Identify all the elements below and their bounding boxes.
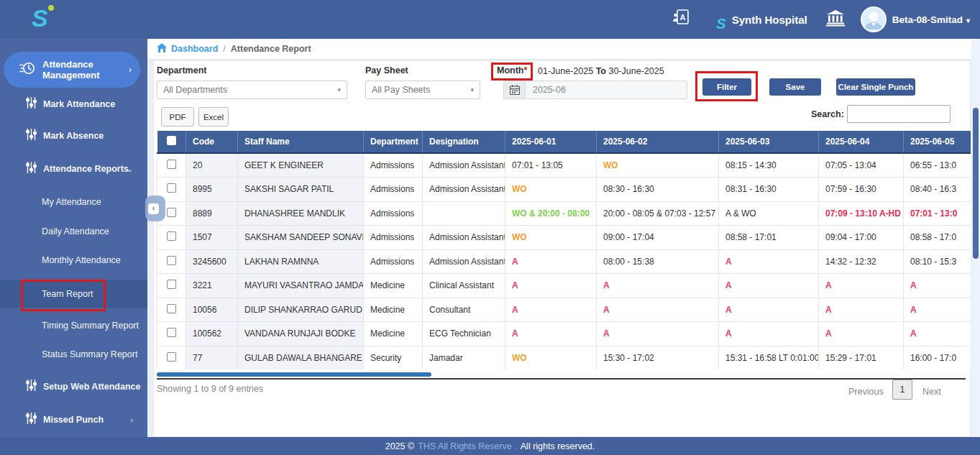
staff-name-cell: DHANASHREE MANDLIK	[238, 201, 364, 226]
pagination-page-1[interactable]: 1	[892, 380, 912, 400]
search-input[interactable]	[847, 105, 951, 123]
paysheet-label: Pay Sheet	[365, 65, 408, 75]
pagination-next[interactable]: Next	[922, 387, 941, 397]
attendance-day-cell: A	[904, 322, 971, 346]
department-cell: Medicine	[364, 298, 423, 322]
sidebar-item-missed-punch[interactable]: Missed Punch›	[0, 409, 147, 431]
row-checkbox[interactable]	[167, 328, 176, 337]
staff-name-cell: MAYURI VASANTRAO JAMDAR	[238, 274, 364, 298]
row-checkbox[interactable]	[167, 352, 176, 362]
row-checkbox[interactable]	[167, 208, 176, 217]
row-select-cell[interactable]	[157, 298, 186, 322]
attendance-table: CodeStaff NameDepartmentDesignation2025-…	[157, 131, 971, 369]
sidebar-item-status-summary-report[interactable]: Status Summary Report	[0, 344, 147, 365]
vertical-scrollbar-thumb[interactable]	[973, 108, 979, 259]
sidebar-item-team-report[interactable]: Team Report	[0, 280, 147, 308]
month-input[interactable]: 2025-06	[503, 81, 687, 99]
logo-dot-icon	[48, 5, 54, 11]
sidebar-item-label: Mark Absence	[43, 131, 104, 141]
user-avatar[interactable]	[861, 6, 887, 32]
user-menu[interactable]: Beta-08-Smitad▾	[892, 14, 970, 25]
row-checkbox[interactable]	[167, 160, 176, 169]
designation-cell: Admission Assistant	[423, 249, 505, 274]
department-cell: Medicine	[364, 322, 423, 346]
table-bottom-line	[157, 378, 966, 380]
staff-name-cell: SAKSHI SAGAR PATIL	[238, 178, 364, 202]
export-pdf-button[interactable]: PDF	[161, 107, 194, 127]
row-select-cell[interactable]	[157, 322, 186, 346]
row-select-cell[interactable]	[157, 226, 186, 250]
attendance-day-cell: 08:10 - 15:3	[904, 249, 971, 274]
footer-link[interactable]: THS All Rights Reserve .	[418, 441, 517, 451]
row-checkbox[interactable]	[167, 231, 176, 241]
breadcrumb-dashboard-link[interactable]: Dashboard	[171, 44, 218, 54]
row-select-cell[interactable]	[157, 346, 186, 369]
designation-cell: Jamadar	[423, 346, 505, 369]
sidebar-item-mark-absence[interactable]: Mark Absence	[0, 125, 147, 147]
institution-icon[interactable]	[826, 9, 845, 29]
row-select-cell[interactable]	[157, 274, 186, 298]
svg-text:A: A	[680, 13, 686, 22]
select-caret-icon: ▾	[337, 86, 341, 93]
pagination-previous[interactable]: Previous	[848, 387, 884, 397]
attendance-day-cell: A	[719, 249, 819, 274]
sidebar-item-timing-summary-report[interactable]: Timing Summary Report	[0, 315, 147, 336]
select-all-checkbox[interactable]	[167, 136, 176, 145]
sidebar-collapse-toggle[interactable]: ‹	[145, 196, 165, 221]
sidebar-item-setup-web-attendance[interactable]: Setup Web Attendance	[0, 376, 147, 397]
export-excel-button[interactable]: Excel	[198, 107, 229, 127]
sidebar-item-mark-attendance[interactable]: Mark Attendance	[0, 93, 147, 115]
row-checkbox[interactable]	[167, 183, 176, 193]
sidebar-item-my-attendance[interactable]: My Attendance	[0, 191, 147, 213]
attendance-day-cell: A	[819, 322, 904, 346]
sidebar-root-attendance-management[interactable]: Attendance Management ›	[4, 52, 140, 88]
department-label: Department	[157, 65, 206, 75]
attendance-day-cell: A	[597, 274, 719, 298]
sidebar-item-monthly-attendance[interactable]: Monthly Attendance	[0, 249, 147, 271]
paysheet-select[interactable]: All Pay Sheets ▾	[365, 81, 480, 99]
row-checkbox[interactable]	[167, 280, 176, 289]
table-row: 3221MAYURI VASANTRAO JAMDARMedicineClini…	[157, 274, 971, 298]
department-cell: Admissions	[364, 226, 423, 250]
horizontal-scrollbar-thumb[interactable]	[157, 372, 431, 377]
footer-bar: 2025 © THS All Rights Reserve . All righ…	[0, 437, 980, 455]
sidebar-item-label: Status Summary Report	[42, 349, 137, 359]
staff-name-cell: LAKHAN RAMNNA	[238, 249, 364, 274]
table-row: 3245600LAKHAN RAMNNAAdmissionsAdmission …	[157, 249, 971, 274]
sidebar-item-label: Attendance Reports	[43, 164, 129, 174]
row-select-cell[interactable]	[157, 153, 186, 178]
column-header: 2025-06-03	[719, 131, 819, 153]
translate-icon[interactable]: A	[672, 8, 692, 31]
attendance-day-cell: 16:00 - 17:0	[904, 346, 971, 369]
department-cell: Security	[364, 346, 423, 369]
attendance-day-cell: A	[719, 298, 819, 322]
sidebar-item-label: Daily Attendance	[42, 226, 109, 236]
clock-history-icon	[19, 60, 35, 79]
save-button[interactable]: Save	[769, 78, 821, 96]
attendance-day-cell: 14:32 - 12:32	[819, 249, 904, 274]
attendance-day-cell: A	[505, 249, 597, 274]
select-all-header[interactable]	[157, 131, 186, 153]
sidebar-item-daily-attendance[interactable]: Daily Attendance	[0, 221, 147, 242]
row-select-cell[interactable]	[157, 249, 186, 274]
clear-single-punch-button[interactable]: Clear Single Punch	[836, 78, 915, 96]
attendance-day-cell: 20:00 - 08:05 & 07:03 - 12:57	[597, 201, 719, 226]
sidebar-item-label: Timing Summary Report	[42, 321, 139, 331]
department-cell: Admissions	[364, 178, 423, 202]
filter-button[interactable]: Filter	[702, 78, 751, 96]
vertical-scrollbar-track[interactable]	[971, 39, 980, 437]
month-label: Month*	[497, 65, 527, 75]
attendance-day-cell: WO	[505, 178, 597, 202]
column-header: Code	[186, 131, 238, 153]
attendance-day-cell: A	[819, 274, 904, 298]
month-range-text: 01-June-2025 To 30-June-2025	[538, 66, 664, 76]
department-select[interactable]: All Departments ▾	[157, 81, 347, 99]
attendance-day-cell: 08:00 - 15:38	[597, 249, 719, 274]
column-header: 2025-06-01	[505, 131, 597, 153]
row-checkbox[interactable]	[167, 304, 176, 313]
sidebar-item-attendance-reports[interactable]: Attendance Reports⌄	[0, 158, 147, 180]
row-checkbox[interactable]	[167, 256, 176, 265]
attendance-day-cell: A	[597, 298, 719, 322]
sliders-icon	[26, 161, 37, 177]
sidebar-item-label: Mark Attendance	[43, 99, 115, 109]
